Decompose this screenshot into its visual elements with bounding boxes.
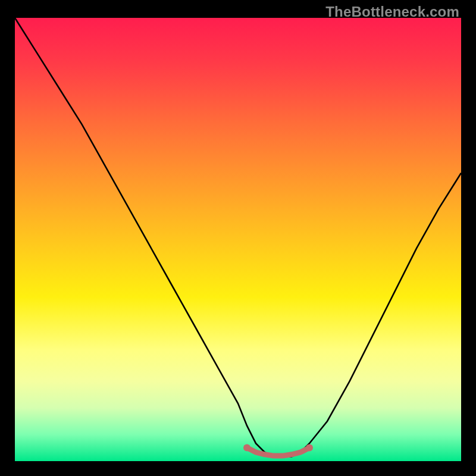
valley-endpoint-dot xyxy=(243,444,250,452)
watermark-text: TheBottleneck.com xyxy=(325,4,459,20)
valley-endpoint-dot xyxy=(306,444,313,452)
plot-area xyxy=(15,18,461,461)
bottleneck-curve xyxy=(15,18,461,457)
valley-marker xyxy=(247,448,309,456)
chart-frame: TheBottleneck.com xyxy=(0,0,476,476)
curve-layer xyxy=(15,18,461,461)
